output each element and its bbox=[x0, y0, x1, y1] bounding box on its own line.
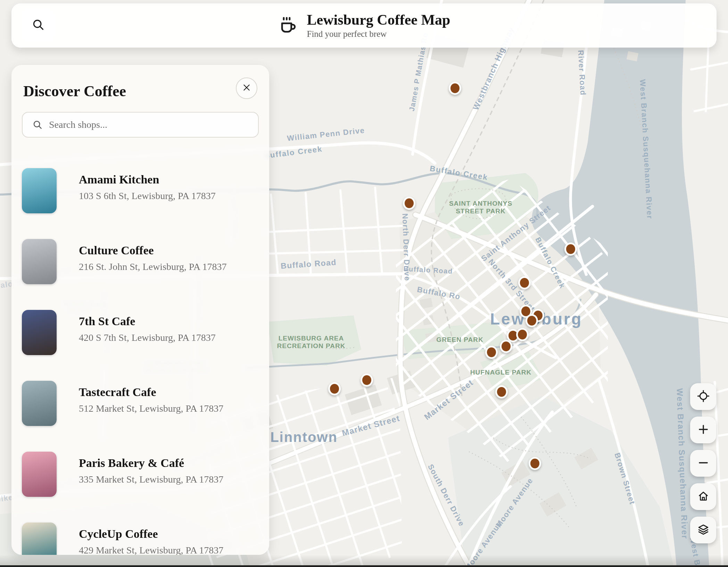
shop-list-item[interactable]: Tastecraft Cafe 512 Market St, Lewisburg… bbox=[22, 381, 259, 426]
map-control-home[interactable] bbox=[690, 483, 716, 510]
map-label: LEWISBURG AREA bbox=[279, 335, 344, 342]
map-label: SAINT ANTHONYS bbox=[449, 200, 512, 207]
shop-marker[interactable] bbox=[361, 373, 373, 387]
shop-marker[interactable] bbox=[500, 340, 512, 353]
shop-list-item[interactable]: Amami Kitchen 103 S 6th St, Lewisburg, P… bbox=[22, 168, 259, 213]
map-control-zoom-out[interactable] bbox=[690, 450, 716, 477]
close-icon bbox=[242, 83, 251, 93]
shop-photo bbox=[22, 452, 57, 497]
shop-marker[interactable] bbox=[564, 243, 577, 256]
shop-address: 216 St. John St, Lewisburg, PA 17837 bbox=[79, 261, 227, 272]
map-label: HUFNAGLE PARK bbox=[470, 369, 531, 376]
map-control-zoom-in[interactable] bbox=[690, 417, 716, 443]
shop-search-field bbox=[22, 112, 259, 138]
map-label: STREET PARK bbox=[456, 207, 506, 215]
minus-icon bbox=[697, 457, 710, 470]
shop-marker[interactable] bbox=[449, 82, 461, 95]
shop-marker[interactable] bbox=[328, 382, 341, 395]
shop-marker[interactable] bbox=[516, 328, 529, 341]
map-control-layers[interactable] bbox=[690, 517, 716, 543]
page-title: Lewisburg Coffee Map bbox=[307, 12, 450, 27]
shop-marker[interactable] bbox=[403, 197, 415, 210]
shop-address: 512 Market St, Lewisburg, PA 17837 bbox=[79, 403, 223, 414]
shop-address: 103 S 6th St, Lewisburg, PA 17837 bbox=[79, 190, 216, 202]
map-label: GREEN PARK bbox=[436, 336, 483, 343]
shop-address: 335 Market St, Lewisburg, PA 17837 bbox=[79, 474, 223, 485]
page-subtitle: Find your perfect brew bbox=[307, 29, 450, 39]
panel-title: Discover Coffee bbox=[23, 82, 259, 100]
map-label: RECREATION PARK bbox=[277, 342, 346, 350]
shop-search-input[interactable] bbox=[48, 119, 258, 131]
map-label: Linntown bbox=[270, 429, 338, 445]
shop-marker[interactable] bbox=[526, 314, 538, 327]
app: William Penn DriveBuffalo CreekBuffalo C… bbox=[0, 0, 728, 567]
shop-name: Tastecraft Cafe bbox=[79, 386, 223, 399]
locate-icon bbox=[697, 390, 710, 403]
shop-photo bbox=[22, 239, 57, 284]
shop-name: Paris Bakery & Café bbox=[79, 457, 223, 470]
shop-name: CycleUp Coffee bbox=[79, 527, 223, 541]
home-icon bbox=[697, 490, 709, 503]
shop-list-item[interactable]: Paris Bakery & Café 335 Market St, Lewis… bbox=[22, 452, 259, 497]
header: Lewisburg Coffee Map Find your perfect b… bbox=[11, 3, 717, 48]
shop-address: 420 S 7th St, Lewisburg, PA 17837 bbox=[79, 332, 216, 343]
search-icon bbox=[32, 120, 43, 130]
shop-photo bbox=[22, 523, 57, 555]
close-panel-button[interactable] bbox=[236, 77, 257, 99]
shop-photo bbox=[22, 168, 57, 213]
shop-list-item[interactable]: CycleUp Coffee 429 Market St, Lewisburg,… bbox=[22, 523, 259, 555]
shop-list-item[interactable]: 7th St Cafe 420 S 7th St, Lewisburg, PA … bbox=[22, 310, 259, 355]
header-search-button[interactable] bbox=[21, 8, 55, 42]
shop-list-item[interactable]: Culture Coffee 216 St. John St, Lewisbur… bbox=[22, 239, 259, 284]
window-bottom-edge bbox=[0, 565, 728, 567]
shop-marker[interactable] bbox=[518, 276, 531, 289]
shop-marker[interactable] bbox=[529, 457, 541, 470]
shop-address: 429 Market St, Lewisburg, PA 17837 bbox=[79, 545, 223, 555]
shop-name: Amami Kitchen bbox=[79, 173, 216, 186]
layers-icon bbox=[697, 523, 710, 537]
shop-marker[interactable] bbox=[485, 346, 498, 359]
shop-name: Culture Coffee bbox=[79, 244, 227, 257]
shop-photo bbox=[22, 310, 57, 355]
coffee-cup-icon bbox=[278, 15, 298, 36]
map-control-locate[interactable] bbox=[690, 383, 716, 410]
shop-marker[interactable] bbox=[495, 385, 508, 398]
plus-icon bbox=[697, 423, 710, 437]
shop-name: 7th St Cafe bbox=[79, 315, 216, 328]
map-controls bbox=[690, 383, 716, 543]
shop-photo bbox=[22, 381, 57, 426]
search-icon bbox=[32, 18, 45, 33]
discover-panel: Discover Coffee Amami Kitchen 103 S 6th … bbox=[11, 65, 269, 555]
shop-list: Amami Kitchen 103 S 6th St, Lewisburg, P… bbox=[22, 168, 259, 555]
